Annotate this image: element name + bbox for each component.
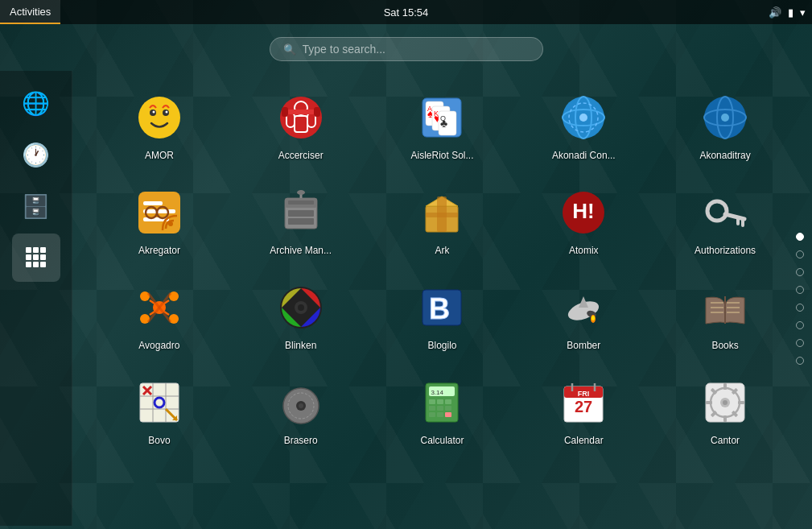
battery-icon: ▮	[788, 6, 793, 19]
page-dot-2[interactable]	[796, 250, 804, 258]
page-indicators	[796, 233, 804, 365]
calendar-icon: FRI 27	[561, 380, 606, 425]
topbar: Activities Sat 15:54 🔊 ▮ ▾	[0, 0, 812, 24]
search-input[interactable]	[303, 43, 530, 56]
avogadro-icon	[137, 285, 182, 330]
svg-rect-18	[295, 116, 307, 132]
app-akregator-icon-wrapper	[134, 187, 185, 238]
app-authorizations-icon-wrapper	[699, 187, 751, 238]
app-cantor[interactable]: Cantor	[654, 364, 796, 459]
page-dot-8[interactable]	[796, 357, 804, 365]
svg-rect-2	[40, 247, 46, 253]
page-dot-7[interactable]	[796, 339, 804, 347]
sidebar-item-clock[interactable]: 🕐	[12, 130, 60, 179]
svg-rect-21	[314, 107, 320, 117]
sidebar-item-files[interactable]: 🗄️	[12, 182, 60, 230]
app-authorizations-label: Authorizations	[695, 245, 756, 256]
svg-rect-118	[437, 412, 443, 417]
svg-point-40	[721, 114, 729, 122]
svg-point-68	[169, 291, 179, 301]
svg-text:B: B	[429, 292, 450, 325]
app-accerciser[interactable]: Accerciser	[230, 79, 372, 174]
app-authorizations[interactable]: Authorizations	[654, 174, 796, 269]
app-archive-man[interactable]: Archive Man...	[230, 174, 372, 269]
page-dot-3[interactable]	[796, 268, 804, 276]
topbar-right: 🔊 ▮ ▾	[769, 6, 812, 19]
app-bomber[interactable]: Bomber	[513, 269, 654, 364]
app-bomber-icon-wrapper	[558, 282, 609, 333]
app-akregator-label: Akregator	[138, 245, 180, 256]
app-akonadi-con-icon-wrapper	[558, 92, 609, 143]
svg-rect-0	[26, 247, 31, 253]
app-avogadro-icon-wrapper	[134, 282, 185, 333]
volume-icon[interactable]: 🔊	[769, 6, 781, 19]
svg-rect-19	[285, 110, 317, 114]
akonadi-con-icon	[561, 95, 606, 140]
app-akregator[interactable]: Akregator	[89, 174, 230, 269]
sidebar-item-apps[interactable]	[12, 234, 60, 282]
app-aisleriot[interactable]: A ♠ K ♥ Q ♣ AisleRiot Sol...	[372, 79, 513, 174]
app-accerciser-label: Accerciser	[278, 150, 324, 161]
svg-rect-20	[282, 107, 288, 117]
app-amor-icon-wrapper	[134, 92, 185, 143]
svg-point-9	[138, 97, 180, 138]
svg-rect-117	[429, 412, 435, 417]
app-blinken[interactable]: Blinken	[230, 269, 372, 364]
authorizations-icon	[703, 190, 748, 235]
app-bovo-icon-wrapper	[134, 377, 185, 428]
app-atomix[interactable]: H! Atomix	[513, 174, 654, 269]
svg-text:3.14: 3.14	[431, 389, 444, 396]
app-brasero[interactable]: Brasero	[230, 364, 372, 459]
svg-rect-59	[426, 213, 458, 217]
svg-point-137	[723, 400, 728, 405]
svg-point-70	[169, 314, 179, 324]
app-amor[interactable]: AMOR	[89, 79, 230, 174]
app-calculator[interactable]: 3.14 Calculator	[372, 364, 513, 459]
app-blinken-icon-wrapper	[275, 282, 327, 333]
app-bovo[interactable]: Bovo	[89, 364, 230, 459]
svg-rect-116	[445, 406, 451, 411]
svg-rect-130	[706, 401, 712, 404]
svg-rect-3	[26, 254, 31, 260]
app-cantor-icon-wrapper	[699, 377, 751, 428]
app-ark[interactable]: Ark	[372, 174, 513, 269]
apps-grid-icon	[24, 246, 48, 270]
activities-button[interactable]: Activities	[0, 0, 60, 24]
svg-rect-8	[40, 262, 46, 267]
page-dot-5[interactable]	[796, 304, 804, 312]
sidebar: 🌐 🕐 🗄️	[0, 71, 72, 526]
app-avogadro[interactable]: Avogadro	[89, 269, 230, 364]
app-blogilo-label: Blogilo	[427, 340, 456, 351]
blogilo-icon: B	[419, 285, 464, 330]
app-akonaditray[interactable]: Akonaditray	[654, 79, 796, 174]
svg-point-69	[140, 314, 150, 324]
app-blogilo-icon-wrapper: B	[416, 282, 468, 333]
svg-point-62	[707, 201, 727, 221]
search-container: 🔍	[0, 24, 812, 71]
dropdown-icon[interactable]: ▾	[800, 6, 806, 19]
app-ark-icon-wrapper	[416, 187, 468, 238]
svg-rect-114	[429, 406, 435, 411]
svg-rect-43	[143, 209, 175, 213]
app-calendar[interactable]: FRI 27 Calendar	[513, 364, 654, 459]
akonaditray-icon	[703, 95, 748, 140]
app-books[interactable]: Books	[654, 269, 796, 364]
app-akonadi-con[interactable]: Akonadi Con...	[513, 79, 654, 174]
svg-point-79	[298, 304, 304, 311]
svg-point-35	[579, 114, 587, 122]
app-akonadi-con-label: Akonadi Con...	[552, 150, 616, 161]
svg-rect-115	[437, 406, 443, 411]
svg-rect-53	[288, 218, 314, 225]
page-dot-4[interactable]	[796, 286, 804, 294]
page-dot-1[interactable]	[796, 233, 804, 241]
page-dot-6[interactable]	[796, 321, 804, 329]
app-aisleriot-label: AisleRiot Sol...	[410, 150, 473, 161]
app-atomix-label: Atomix	[569, 245, 599, 256]
svg-text:FRI: FRI	[578, 390, 590, 398]
app-akonaditray-label: Akonaditray	[699, 150, 750, 161]
app-blogilo[interactable]: B Blogilo	[372, 269, 513, 364]
blinken-icon	[278, 285, 324, 330]
activities-label: Activities	[10, 6, 51, 18]
sidebar-item-globe[interactable]: 🌐	[12, 79, 60, 127]
app-cantor-label: Cantor	[711, 435, 740, 446]
